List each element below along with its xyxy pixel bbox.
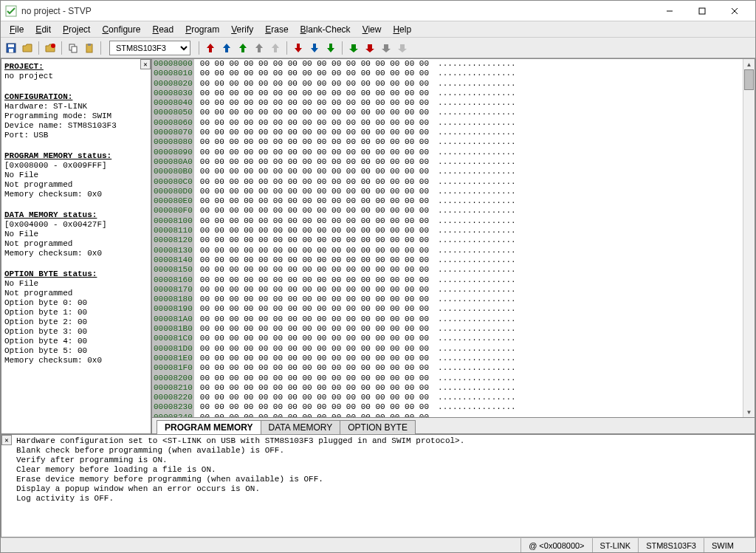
titlebar: no project - STVP <box>1 1 755 21</box>
program-red-icon[interactable] <box>291 41 306 55</box>
tab-data-memory[interactable]: DATA MEMORY <box>261 420 341 434</box>
menu-edit[interactable]: Edit <box>30 23 57 36</box>
device-select[interactable]: STM8S103F3 <box>109 41 190 55</box>
program-green-icon[interactable] <box>323 41 338 55</box>
opt-line: Not programmed <box>4 289 148 298</box>
window-controls <box>653 1 751 21</box>
data-line: Memory checksum: 0x0 <box>4 249 148 258</box>
separator <box>199 41 199 55</box>
svg-rect-12 <box>88 44 91 46</box>
config-line: Device name: STM8S103F3 <box>4 121 148 131</box>
menu-view[interactable]: View <box>357 23 388 36</box>
paste-icon[interactable] <box>82 41 97 55</box>
close-button[interactable] <box>718 1 751 21</box>
log-line: Erase device memory before programming (… <box>16 475 752 484</box>
maximize-button[interactable] <box>686 1 718 21</box>
scroll-up-icon[interactable]: ▲ <box>743 59 755 69</box>
open-icon[interactable] <box>20 41 35 55</box>
opt-line: Option byte 3: 00 <box>4 327 148 337</box>
project-name: no project <box>4 72 148 81</box>
verify-blue-icon[interactable] <box>362 41 377 55</box>
menu-program[interactable]: Program <box>179 23 225 36</box>
log-close-icon[interactable]: ✕ <box>1 435 12 445</box>
opt-line: Option byte 5: 00 <box>4 346 148 356</box>
main-area: ✕ PROJECT: no project CONFIGURATION: Har… <box>1 58 755 434</box>
read-blue-icon[interactable] <box>219 41 234 55</box>
svg-point-8 <box>51 44 55 48</box>
separator <box>286 41 287 55</box>
log-content: Hardware configuration set to <ST-LINK o… <box>4 436 752 504</box>
menu-help[interactable]: Help <box>387 23 417 36</box>
svg-rect-2 <box>699 8 705 14</box>
menu-blankcheck[interactable]: Blank-Check <box>295 23 357 36</box>
menu-configure[interactable]: Configure <box>96 23 146 36</box>
verify-red-icon[interactable] <box>346 41 361 55</box>
program-blue-icon[interactable] <box>307 41 322 55</box>
verify-disabled-icon[interactable] <box>395 41 410 55</box>
svg-rect-7 <box>9 49 13 52</box>
memory-tabs: PROGRAM MEMORYDATA MEMORYOPTION BYTE <box>152 417 755 433</box>
opt-line: No File <box>4 279 148 289</box>
tab-program-memory[interactable]: PROGRAM MEMORY <box>157 420 261 434</box>
save-icon[interactable] <box>4 41 18 55</box>
read-red-icon[interactable] <box>203 41 218 55</box>
prog-line: Not programmed <box>4 180 148 190</box>
menu-read[interactable]: Read <box>146 23 179 36</box>
status-device: STM8S103F3 <box>638 538 704 552</box>
config-line: Hardware: ST-LINK <box>4 102 148 111</box>
info-panel: ✕ PROJECT: no project CONFIGURATION: Har… <box>1 58 151 434</box>
statusbar: @ <0x008000> ST-LINK STM8S103F3 SWIM <box>1 537 755 552</box>
log-line: Hardware configuration set to <ST-LINK o… <box>16 436 752 446</box>
status-link: ST-LINK <box>592 538 639 552</box>
opt-line: Memory checksum: 0x0 <box>4 356 148 365</box>
option-byte-heading: OPTION BYTE status: <box>4 269 148 279</box>
window-title: no project - STVP <box>21 6 653 16</box>
menu-project[interactable]: Project <box>57 23 96 36</box>
data-line: No File <box>4 230 148 239</box>
new-project-icon[interactable] <box>43 41 58 55</box>
tab-option-byte[interactable]: OPTION BYTE <box>340 420 416 434</box>
app-icon <box>5 5 17 17</box>
vertical-scrollbar[interactable]: ▲ ▼ <box>743 59 755 417</box>
data-line: Not programmed <box>4 239 148 249</box>
read-green-icon[interactable] <box>236 41 250 55</box>
prog-line: Memory checksum: 0x0 <box>4 190 148 199</box>
status-address: @ <0x008000> <box>520 538 591 552</box>
hex-editor: 0000800000008010000080200000803000008040… <box>151 58 755 434</box>
menu-file[interactable]: File <box>4 23 30 36</box>
config-line: Programming mode: SWIM <box>4 111 148 121</box>
scroll-thumb[interactable] <box>744 69 754 90</box>
verify-green-icon[interactable] <box>379 41 394 55</box>
config-heading: CONFIGURATION: <box>4 92 148 102</box>
menu-verify[interactable]: Verify <box>225 23 259 36</box>
log-line: Verify after programming is ON. <box>16 456 752 465</box>
data-mem-heading: DATA MEMORY status: <box>4 210 148 220</box>
separator <box>342 41 343 55</box>
project-heading: PROJECT: <box>4 62 148 72</box>
log-line: Clear memory before loading a file is ON… <box>16 465 752 475</box>
svg-rect-10 <box>72 47 77 52</box>
panel-close-icon[interactable]: ✕ <box>140 59 151 69</box>
config-line: Port: USB <box>4 131 148 140</box>
prog-mem-heading: PROGRAM MEMORY status: <box>4 151 148 161</box>
data-line: [0x004000 - 0x00427F] <box>4 220 148 230</box>
separator <box>100 41 101 55</box>
scroll-down-icon[interactable]: ▼ <box>743 407 755 417</box>
address-column: 0000800000008010000080200000803000008040… <box>152 59 194 417</box>
opt-line: Option byte 0: 00 <box>4 298 148 308</box>
log-line: Log activity is OFF. <box>16 494 752 504</box>
toolbar: STM8S103F3 <box>1 38 755 58</box>
log-panel: ✕ Hardware configuration set to <ST-LINK… <box>1 434 755 537</box>
prog-line: [0x008000 - 0x009FFF] <box>4 161 148 171</box>
read-all-icon[interactable] <box>252 41 267 55</box>
status-mode: SWIM <box>704 538 755 552</box>
log-line: Display a popup window when an error occ… <box>16 484 752 494</box>
minimize-button[interactable] <box>653 1 686 21</box>
opt-line: Option byte 4: 00 <box>4 337 148 346</box>
prog-line: No File <box>4 171 148 180</box>
read-disabled-icon[interactable] <box>268 41 283 55</box>
menu-erase[interactable]: Erase <box>259 23 294 36</box>
log-line: Blank check before programming (when ava… <box>16 446 752 456</box>
copy-icon[interactable] <box>66 41 80 55</box>
hex-bytes-column[interactable]: 00 00 00 00 00 00 00 00 00 00 00 00 00 0… <box>194 59 435 417</box>
